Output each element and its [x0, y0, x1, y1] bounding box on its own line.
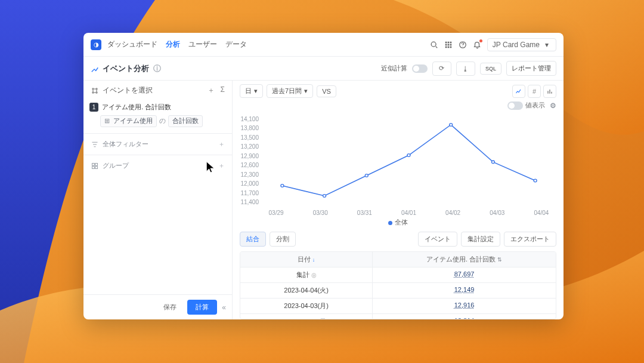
search-icon[interactable] — [430, 41, 438, 49]
event-title[interactable]: アイテム使用. 合計回数 — [102, 103, 171, 112]
left-footer: 保存 計算 « — [83, 294, 232, 319]
page-header: イベント分析 ⓘ 近似計算 ⟳ ⭳ SQL レポート管理 — [83, 57, 564, 81]
refresh-button[interactable]: ⟳ — [432, 61, 451, 76]
table-tab-split[interactable]: 分割 — [270, 232, 296, 247]
table-row[interactable]: 2023-04-04(火)12,149 — [240, 282, 556, 298]
table-col-value[interactable]: アイテム使用. 合計回数 ⇅ — [373, 252, 556, 267]
workspace-select[interactable]: JP Card Game ▾ — [487, 38, 556, 51]
svg-point-29 — [450, 124, 453, 127]
event-chip-metric[interactable]: 合計回数 — [168, 115, 203, 127]
svg-rect-4 — [448, 41, 450, 43]
svg-rect-19 — [95, 163, 98, 165]
save-button[interactable]: 保存 — [157, 300, 182, 315]
group-label[interactable]: グループ — [103, 161, 129, 170]
chart-settings-icon[interactable]: ⚙ — [550, 101, 556, 110]
svg-rect-8 — [450, 44, 451, 45]
svg-line-2 — [435, 46, 437, 48]
time-grain-select[interactable]: 日▾ — [240, 84, 263, 98]
add-filter-button[interactable]: ＋ — [218, 140, 225, 149]
download-button[interactable]: ⭳ — [456, 61, 475, 76]
sort-asc-icon: ↓ — [312, 257, 315, 263]
chart-x-axis: 03/2903/3003/3104/0104/0204/0304/04 — [254, 210, 564, 216]
svg-rect-10 — [448, 46, 450, 48]
row-label: 2023-04-02(日) — [240, 314, 373, 319]
nav-tab-analysis[interactable]: 分析 — [166, 39, 180, 50]
row-value[interactable]: 12,916 — [373, 299, 556, 313]
svg-rect-11 — [450, 46, 451, 48]
chevron-down-icon: ▾ — [543, 41, 551, 49]
chart-legend: 全体 — [233, 219, 564, 227]
svg-rect-3 — [445, 41, 447, 43]
svg-rect-18 — [92, 163, 95, 165]
svg-rect-9 — [445, 46, 447, 48]
row-label: 集計 ◎ — [240, 267, 373, 282]
bell-icon[interactable] — [473, 41, 481, 49]
row-value[interactable]: 87,697 — [373, 267, 556, 282]
svg-point-26 — [323, 195, 326, 198]
svg-rect-22 — [547, 91, 549, 94]
approx-calc-toggle[interactable] — [412, 64, 428, 73]
chart-type-line-button[interactable] — [512, 85, 525, 98]
row-value[interactable]: 13,814 — [373, 314, 556, 319]
svg-rect-5 — [450, 41, 451, 43]
svg-point-27 — [365, 174, 368, 177]
table-action-export[interactable]: エクスポート — [504, 232, 556, 247]
row-value[interactable]: 12,149 — [373, 283, 556, 298]
agg-marker-icon: ◎ — [311, 272, 317, 278]
svg-point-17 — [96, 91, 97, 93]
svg-rect-6 — [445, 44, 447, 45]
report-manage-button[interactable]: レポート管理 — [506, 61, 556, 76]
right-panel: 日▾ 過去7日間▾ VS # 値表示 ⚙ 14,10013,800 — [233, 81, 564, 319]
table-action-event[interactable]: イベント — [418, 232, 457, 247]
event-index-badge: 1 — [89, 103, 98, 112]
refresh-icon: ⟳ — [438, 64, 446, 73]
row-label: 2023-04-03(月) — [240, 299, 373, 313]
help-icon[interactable] — [459, 41, 467, 49]
event-chip-name[interactable]: ⊞ アイテム使用 — [100, 115, 157, 127]
table-col-date[interactable]: 日付 ↓ — [240, 252, 373, 267]
svg-rect-20 — [92, 166, 95, 168]
group-icon — [91, 162, 99, 170]
chart-type-num-button[interactable]: # — [528, 85, 541, 98]
svg-point-30 — [491, 161, 494, 164]
svg-point-1 — [431, 42, 436, 47]
chip-prefix-icon: ⊞ — [104, 117, 110, 124]
info-icon[interactable]: ⓘ — [153, 64, 161, 73]
nav-tab-users[interactable]: ユーザー — [188, 39, 217, 50]
table-row[interactable]: 集計 ◎87,697 — [240, 267, 556, 282]
nav-tabs: ダッシュボード 分析 ユーザー データ — [107, 39, 247, 50]
apps-grid-icon[interactable] — [444, 41, 453, 49]
chevron-down-icon: ▾ — [254, 87, 258, 95]
row-label: 2023-04-04(火) — [240, 283, 373, 298]
add-group-button[interactable]: ＋ — [218, 161, 225, 170]
global-filter-label[interactable]: 全体フィルター — [103, 140, 148, 149]
table-action-agg[interactable]: 集計設定 — [461, 232, 500, 247]
chart-plot[interactable] — [261, 115, 556, 216]
sort-icon: ⇅ — [497, 257, 502, 263]
chart-type-bar-button[interactable] — [543, 85, 556, 98]
event-picker-icon — [91, 87, 99, 95]
app-logo[interactable]: ◑ — [91, 39, 101, 50]
page-title: イベント分析 — [103, 63, 149, 74]
sql-button[interactable]: SQL — [480, 63, 501, 75]
chip-conj: の — [159, 117, 166, 125]
svg-rect-23 — [549, 90, 550, 94]
value-display-toggle[interactable]: 値表示 — [507, 101, 545, 110]
nav-tab-data[interactable]: データ — [225, 39, 247, 50]
collapse-left-icon[interactable]: « — [222, 303, 226, 312]
chart-area: 14,10013,80013,50013,20012,90012,60012,3… — [233, 112, 564, 216]
table-row[interactable]: 2023-04-03(月)12,916 — [240, 298, 556, 313]
app-topbar: ◑ ダッシュボード 分析 ユーザー データ JP Card Game ▾ — [83, 33, 564, 57]
table-row[interactable]: 2023-04-02(日)13,814 — [240, 313, 556, 319]
add-event-button[interactable]: ＋ — [208, 85, 215, 96]
filter-icon — [91, 140, 99, 149]
time-range-select[interactable]: 過去7日間▾ — [267, 84, 313, 98]
table-tab-merge[interactable]: 結合 — [240, 232, 266, 247]
sum-button[interactable]: Σ — [221, 85, 225, 96]
left-panel: イベントを選択 ＋ Σ 1 アイテム使用. 合計回数 ⊞ アイテム使用 の — [83, 81, 233, 319]
svg-point-31 — [534, 179, 537, 182]
nav-tab-dashboard[interactable]: ダッシュボード — [107, 39, 157, 50]
svg-point-13 — [462, 46, 463, 47]
vs-button[interactable]: VS — [317, 85, 336, 97]
compute-button[interactable]: 計算 — [187, 300, 217, 315]
